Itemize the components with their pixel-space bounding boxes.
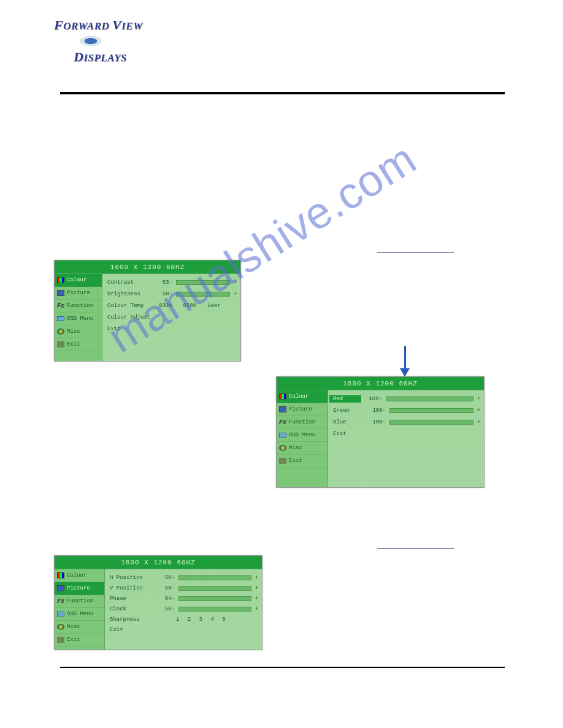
menu-item-osd[interactable]: OSD Menu: [55, 608, 104, 621]
osd3-sidebar: Colour Picture FxFunction OSD Menu Misc …: [55, 569, 105, 650]
osd-screenshot-colour: 1600 X 1200 60HZ Colour Picture FxFuncti…: [54, 260, 241, 362]
osd-screenshot-picture: 1600 X 1200 60HZ Colour Picture FxFuncti…: [54, 555, 262, 650]
misc-icon: [57, 624, 64, 630]
menu-item-function[interactable]: FxFunction: [277, 416, 327, 429]
menu-item-misc[interactable]: Misc: [55, 325, 102, 338]
osd2-sidebar: Colour Picture FxFunction OSD Menu Misc …: [277, 390, 328, 487]
brand-logo: FFORWARDORWARD VIEW DISPLAYS: [54, 17, 146, 66]
menu-item-misc[interactable]: Misc: [55, 621, 104, 634]
menu-item-picture[interactable]: Picture: [55, 287, 102, 300]
divider-top: [60, 92, 505, 94]
picture-icon: [57, 290, 64, 296]
osd3-header: 1600 X 1200 60HZ: [55, 556, 262, 569]
row-colouradjust[interactable]: Colour Adjust: [107, 313, 236, 322]
osd-icon: [57, 612, 64, 616]
row-vpos[interactable]: V Position 50- +: [110, 583, 257, 593]
osd2-content: Red 100- + Green 100- + Blue 100- + Exit: [328, 390, 484, 487]
menu-item-osd[interactable]: OSD Menu: [55, 313, 102, 325]
misc-icon: [57, 328, 64, 335]
picture-icon: [279, 406, 286, 412]
row-blue[interactable]: Blue 100- +: [333, 417, 479, 427]
menu-item-exit[interactable]: Exit: [55, 634, 104, 646]
osd1-sidebar: Colour Picture FxFunction OSD Menu Misc …: [55, 274, 102, 361]
exit-icon: [57, 637, 64, 643]
menu-item-picture[interactable]: Picture: [55, 582, 104, 595]
link-underline-1: [377, 252, 454, 253]
misc-icon: [279, 445, 286, 451]
menu-item-colour[interactable]: Colour: [55, 274, 102, 287]
logo-line2: DISPLAYS: [74, 49, 146, 65]
row-red[interactable]: Red 100- +: [333, 394, 479, 404]
function-icon: Fx: [57, 303, 64, 309]
row-hpos[interactable]: H Position 50- +: [110, 573, 257, 583]
row-colourtemp[interactable]: Colour Temp 9300 6500 User: [107, 301, 236, 311]
colour-icon: [57, 572, 64, 578]
picture-icon: [57, 585, 64, 591]
row-exit[interactable]: Exit: [333, 429, 479, 439]
menu-item-picture[interactable]: Picture: [277, 403, 327, 416]
menu-item-exit[interactable]: Exit: [277, 455, 327, 468]
exit-icon: [279, 458, 286, 464]
link-underline-2: [377, 548, 454, 549]
menu-item-colour[interactable]: Colour: [55, 569, 104, 582]
row-phase[interactable]: Phase 94- +: [110, 594, 257, 604]
osd2-header: 1600 X 1200 60HZ: [277, 377, 484, 390]
row-sharpness[interactable]: Sharpness 1 2 3 4 5: [110, 615, 257, 624]
row-contrast[interactable]: Contrast 53- +: [107, 278, 236, 287]
colour-icon: [279, 393, 286, 400]
row-green[interactable]: Green 100- +: [333, 406, 479, 415]
menu-item-function[interactable]: FxFunction: [55, 595, 104, 608]
osd1-header: 1600 X 1200 60HZ: [55, 260, 240, 274]
exit-icon: [57, 341, 64, 347]
menu-item-exit[interactable]: Exit: [55, 338, 102, 351]
osd-icon: [279, 433, 286, 438]
menu-item-misc[interactable]: Misc: [277, 442, 327, 455]
row-clock[interactable]: Clock 50- +: [110, 604, 257, 614]
function-icon: Fx: [279, 419, 286, 426]
menu-item-function[interactable]: FxFunction: [55, 300, 102, 313]
row-exit[interactable]: Exit: [110, 625, 257, 635]
logo-eye-icon: [72, 32, 109, 50]
menu-item-colour[interactable]: Colour: [277, 390, 327, 403]
osd-screenshot-rgb: 1600 X 1200 60HZ Colour Picture FxFuncti…: [276, 376, 484, 488]
divider-bottom: [60, 667, 505, 668]
row-brightness[interactable]: Brightness 50- +: [107, 289, 236, 299]
logo-line1: FFORWARDORWARD VIEW: [54, 17, 146, 33]
osd-icon: [57, 316, 64, 321]
row-exit[interactable]: Exit: [107, 324, 236, 334]
osd3-content: H Position 50- + V Position 50- + Phase …: [105, 569, 262, 650]
colour-icon: [57, 277, 64, 283]
menu-item-osd[interactable]: OSD Menu: [277, 429, 327, 442]
osd1-content: Contrast 53- + Brightness 50- + Colour T…: [102, 274, 240, 361]
arrow-down-icon: [399, 346, 411, 376]
function-icon: Fx: [57, 598, 64, 605]
